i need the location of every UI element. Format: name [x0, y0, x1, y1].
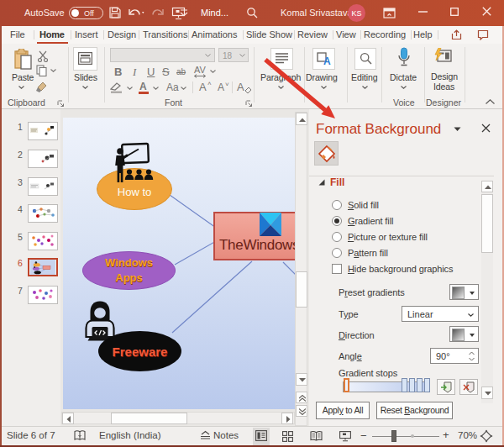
svg-text:A: A	[323, 55, 331, 66]
